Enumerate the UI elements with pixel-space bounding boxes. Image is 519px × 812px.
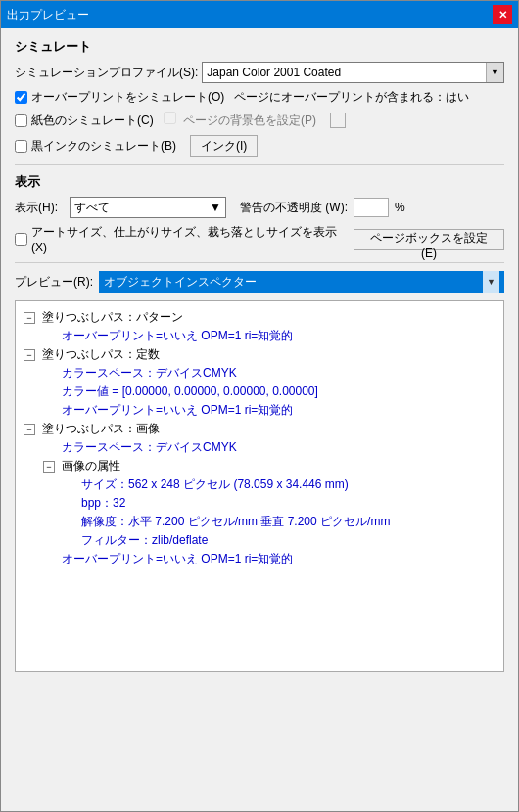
tree-label: オーバープリント=いいえ OPM=1 ri=知覚的: [62, 402, 293, 419]
tree-label: カラースペース：デバイスCMYK: [62, 365, 237, 382]
profile-label: シミュレーションプロファイル(S):: [15, 65, 198, 81]
tree-expand-icon[interactable]: −: [24, 424, 35, 435]
tree-row: オーバープリント=いいえ OPM=1 ri=知覚的: [43, 402, 495, 419]
profile-select-text: Japan Color 2001 Coated: [203, 63, 486, 82]
tree-row: −塗りつぶしパス：定数: [24, 346, 495, 363]
show-dropdown[interactable]: すべて ▼: [70, 197, 226, 218]
overprint-info: ページにオーバープリントが含まれる：はい: [234, 89, 469, 106]
tree-row: フィルター：zlib/deflate: [63, 532, 495, 549]
divider-2: [15, 262, 504, 263]
tree-row: オーバープリント=いいえ OPM=1 ri=知覚的: [43, 328, 495, 344]
artsize-row: アートサイズ、仕上がりサイズ、裁ち落としサイズを表示(X) ページボックスを設定…: [15, 224, 504, 254]
bg-color-checkbox[interactable]: [164, 112, 176, 124]
dialog-title: 出力プレビュー: [7, 7, 89, 23]
artsize-checkbox[interactable]: [15, 233, 27, 246]
warning-label: 警告の不透明度 (W):: [240, 200, 348, 216]
tree-label: 塗りつぶしパス：パターン: [42, 309, 183, 326]
black-ink-row: 黒インクのシミュレート(B) インク(I): [15, 135, 504, 157]
warning-input[interactable]: 100: [354, 198, 389, 217]
tree-expand-icon[interactable]: −: [24, 349, 35, 361]
show-label: 表示(H):: [15, 200, 58, 216]
tree-row: 解像度：水平 7.200 ピクセル/mm 垂直 7.200 ピクセル/mm: [63, 514, 495, 530]
tree-row: カラースペース：デバイスCMYK: [43, 439, 495, 456]
tree-label: 解像度：水平 7.200 ピクセル/mm 垂直 7.200 ピクセル/mm: [81, 514, 390, 530]
tree-row: サイズ：562 x 248 ピクセル (78.059 x 34.446 mm): [63, 476, 495, 493]
overprint-checkbox[interactable]: [15, 91, 27, 104]
tree-row: カラースペース：デバイスCMYK: [43, 365, 495, 382]
preview-value: オブジェクトインスペクター: [104, 274, 257, 291]
profile-row: シミュレーションプロファイル(S): Japan Color 2001 Coat…: [15, 62, 504, 83]
black-ink-label: 黒インクのシミュレート(B): [31, 138, 176, 155]
warning-unit: %: [395, 201, 405, 214]
paper-color-label: 紙色のシミュレート(C): [31, 113, 154, 129]
show-dropdown-arrow: ▼: [210, 201, 221, 214]
show-value: すべて: [74, 200, 110, 216]
tree-row: カラー値 = [0.00000, 0.00000, 0.00000, 0.000…: [43, 383, 495, 400]
artsize-label: アートサイズ、仕上がりサイズ、裁ち落としサイズを表示(X): [31, 224, 344, 254]
dialog-window: 出力プレビュー ✕ シミュレート シミュレーションプロファイル(S): Japa…: [0, 0, 519, 812]
tree-label: 塗りつぶしパス：定数: [42, 346, 160, 363]
tree-row: −塗りつぶしパス：パターン: [24, 309, 495, 326]
tree-row: −塗りつぶしパス：画像: [24, 421, 495, 437]
title-bar: 出力プレビュー ✕: [1, 1, 518, 28]
display-section-header: 表示: [15, 173, 504, 191]
ink-button[interactable]: インク(I): [190, 135, 258, 157]
bg-color-label: ページの背景色を設定(P): [183, 113, 316, 127]
dialog-body: シミュレート シミュレーションプロファイル(S): Japan Color 20…: [1, 28, 518, 682]
tree-row: bpp：32: [63, 495, 495, 512]
tree-label: オーバープリント=いいえ OPM=1 ri=知覚的: [62, 328, 293, 344]
show-row: 表示(H): すべて ▼ 警告の不透明度 (W): 100 %: [15, 197, 504, 218]
tree-label: フィルター：zlib/deflate: [81, 532, 208, 549]
preview-label-row: プレビュー(R): オブジェクトインスペクター ▼: [15, 271, 504, 293]
tree-label: カラースペース：デバイスCMYK: [62, 439, 237, 456]
tree-row: −画像の属性: [43, 458, 495, 474]
tree-label: カラー値 = [0.00000, 0.00000, 0.00000, 0.000…: [62, 383, 318, 400]
divider-1: [15, 164, 504, 165]
bg-color-preview-box: [330, 113, 346, 128]
tree-label: オーバープリント=いいえ OPM=1 ri=知覚的: [62, 551, 293, 567]
bg-color-wrap: ページの背景色を設定(P): [164, 112, 326, 129]
preview-dropdown-arrow[interactable]: ▼: [482, 271, 499, 293]
overprint-row: オーバープリントをシミュレート(O) ページにオーバープリントが含まれる：はい: [15, 89, 504, 106]
profile-select-dropdown[interactable]: Japan Color 2001 Coated ▼: [202, 62, 504, 83]
content-box: −塗りつぶしパス：パターンオーバープリント=いいえ OPM=1 ri=知覚的−塗…: [15, 300, 504, 672]
preview-section: プレビュー(R): オブジェクトインスペクター ▼ −塗りつぶしパス：パターンオ…: [15, 271, 504, 672]
paper-color-checkbox[interactable]: [15, 114, 27, 127]
tree-label: サイズ：562 x 248 ピクセル (78.059 x 34.446 mm): [81, 476, 349, 493]
simulate-section-header: シミュレート: [15, 38, 504, 56]
preview-label: プレビュー(R):: [15, 274, 93, 291]
preview-dropdown[interactable]: オブジェクトインスペクター ▼: [99, 271, 504, 293]
tree-row: オーバープリント=いいえ OPM=1 ri=知覚的: [43, 551, 495, 567]
tree-expand-icon[interactable]: −: [43, 461, 55, 473]
pagebox-button[interactable]: ページボックスを設定(E): [354, 229, 504, 250]
tree-expand-icon[interactable]: −: [24, 312, 35, 324]
overprint-label: オーバープリントをシミュレート(O): [31, 89, 224, 106]
close-button[interactable]: ✕: [493, 5, 512, 24]
tree-label: 塗りつぶしパス：画像: [42, 421, 160, 437]
paper-color-row: 紙色のシミュレート(C) ページの背景色を設定(P): [15, 112, 504, 129]
profile-select-arrow[interactable]: ▼: [486, 63, 503, 82]
black-ink-checkbox[interactable]: [15, 140, 27, 153]
tree-label: bpp：32: [81, 495, 125, 512]
tree-label: 画像の属性: [62, 458, 120, 474]
